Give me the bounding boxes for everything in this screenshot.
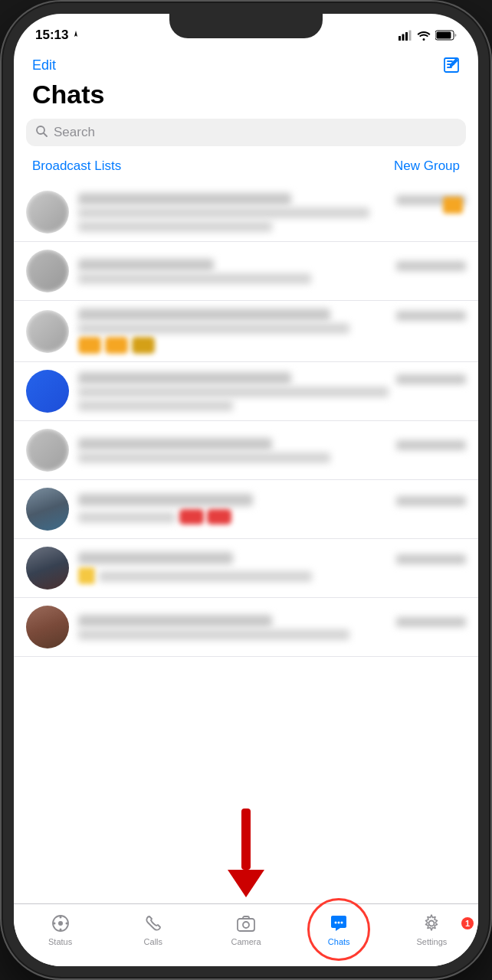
camera-icon bbox=[235, 913, 257, 934]
avatar bbox=[26, 488, 69, 531]
svg-point-12 bbox=[53, 922, 55, 924]
svg-point-15 bbox=[243, 922, 249, 928]
chats-icon bbox=[328, 913, 349, 934]
svg-point-16 bbox=[335, 921, 337, 923]
settings-badge: 1 bbox=[461, 917, 474, 929]
chat-content bbox=[78, 552, 466, 584]
chat-item[interactable] bbox=[14, 183, 478, 242]
search-container: Search bbox=[14, 119, 478, 155]
chat-item[interactable] bbox=[14, 480, 478, 539]
avatar bbox=[26, 191, 69, 234]
svg-point-18 bbox=[341, 921, 343, 923]
arrow-head bbox=[228, 870, 264, 897]
page-title: Chats bbox=[14, 80, 478, 119]
svg-rect-3 bbox=[409, 31, 412, 41]
status-icons bbox=[399, 30, 457, 41]
avatar bbox=[26, 429, 69, 472]
chat-content bbox=[78, 438, 466, 463]
arrow-shaft bbox=[241, 808, 251, 870]
signal-icon bbox=[399, 30, 412, 41]
chat-content bbox=[78, 494, 466, 524]
svg-point-9 bbox=[58, 921, 63, 926]
status-time: 15:13 bbox=[35, 28, 80, 43]
camera-tab-label: Camera bbox=[231, 937, 261, 946]
svg-point-19 bbox=[429, 920, 435, 926]
main-content: Edit Chats Searc bbox=[14, 52, 478, 942]
svg-point-11 bbox=[59, 928, 61, 930]
chat-item[interactable] bbox=[14, 421, 478, 480]
chat-content bbox=[78, 309, 466, 354]
edit-button[interactable]: Edit bbox=[32, 57, 56, 74]
chat-item[interactable] bbox=[14, 301, 478, 362]
notch bbox=[169, 14, 323, 38]
broadcast-lists-button[interactable]: Broadcast Lists bbox=[32, 158, 121, 174]
chat-content bbox=[78, 615, 466, 640]
svg-rect-14 bbox=[238, 919, 254, 931]
tab-item-camera[interactable]: Camera bbox=[199, 913, 292, 946]
phone-screen: 15:13 bbox=[14, 14, 478, 966]
chat-content bbox=[78, 193, 466, 232]
tab-bar: Status Calls bbox=[14, 903, 478, 966]
compose-icon[interactable] bbox=[443, 57, 460, 74]
status-tab-label: Status bbox=[48, 937, 72, 946]
svg-rect-1 bbox=[402, 34, 405, 41]
tab-item-calls[interactable]: Calls bbox=[107, 913, 199, 946]
chat-content bbox=[78, 372, 466, 411]
arrow-annotation bbox=[228, 808, 264, 897]
tab-item-status[interactable]: Status bbox=[14, 913, 107, 946]
search-bar[interactable]: Search bbox=[26, 119, 466, 146]
status-icon bbox=[50, 913, 71, 934]
location-icon bbox=[71, 31, 80, 40]
new-group-button[interactable]: New Group bbox=[394, 158, 460, 174]
settings-icon bbox=[421, 913, 442, 934]
tab-item-settings[interactable]: 1 Settings bbox=[385, 913, 478, 946]
chat-content bbox=[78, 259, 466, 284]
avatar bbox=[26, 370, 69, 413]
svg-rect-0 bbox=[399, 36, 401, 41]
svg-point-10 bbox=[59, 916, 61, 918]
nav-bar: Edit bbox=[14, 52, 478, 80]
chat-item[interactable] bbox=[14, 598, 478, 657]
chat-item[interactable] bbox=[14, 242, 478, 301]
calls-icon bbox=[143, 913, 164, 934]
chats-tab-label: Chats bbox=[328, 937, 350, 946]
chat-item[interactable] bbox=[14, 362, 478, 421]
wifi-icon bbox=[417, 30, 431, 41]
tab-item-chats[interactable]: Chats bbox=[293, 913, 385, 946]
avatar bbox=[26, 606, 69, 648]
calls-tab-label: Calls bbox=[144, 937, 162, 946]
chat-item[interactable] bbox=[14, 539, 478, 598]
chat-list bbox=[14, 183, 478, 657]
battery-icon bbox=[435, 30, 457, 41]
avatar bbox=[26, 250, 69, 292]
svg-point-17 bbox=[338, 921, 340, 923]
svg-point-13 bbox=[65, 922, 67, 924]
svg-rect-2 bbox=[405, 32, 408, 41]
phone-frame: 15:13 bbox=[0, 0, 492, 980]
search-icon bbox=[35, 125, 48, 140]
action-row: Broadcast Lists New Group bbox=[14, 155, 478, 183]
avatar bbox=[26, 310, 69, 353]
svg-rect-5 bbox=[437, 32, 451, 39]
settings-tab-label: Settings bbox=[417, 937, 448, 946]
avatar bbox=[26, 547, 69, 590]
search-placeholder: Search bbox=[54, 125, 95, 140]
